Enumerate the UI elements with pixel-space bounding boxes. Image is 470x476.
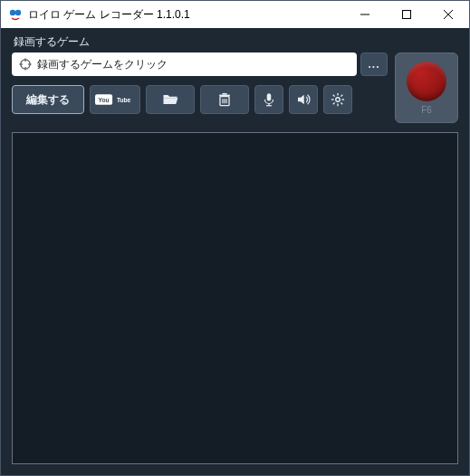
svg-point-1 [15,10,21,15]
svg-point-0 [10,10,15,15]
preview-area [12,132,458,464]
svg-rect-18 [219,95,230,97]
settings-button[interactable] [323,85,352,114]
svg-text:Tube: Tube [117,97,131,103]
app-icon [8,7,23,22]
svg-line-31 [333,102,335,104]
minimize-button[interactable] [344,1,386,28]
content-area: 録画するゲーム 録画するゲームをクリック ... 編集する YouTube [1,28,469,475]
titlebar: ロイロ ゲーム レコーダー 1.1.0.1 [1,1,469,28]
window-controls [344,1,469,28]
svg-line-28 [333,95,335,97]
svg-text:You: You [99,97,110,103]
app-window: ロイロ ゲーム レコーダー 1.1.0.1 録画するゲーム 録画するゲームをクリ… [0,0,470,476]
game-select-input[interactable]: 録画するゲームをクリック [12,52,357,76]
edit-button[interactable]: 編集する [12,85,84,114]
delete-button[interactable] [200,85,249,114]
window-title: ロイロ ゲーム レコーダー 1.1.0.1 [28,7,344,23]
game-select-label: 録画するゲーム [14,35,458,49]
record-button[interactable]: F6 [395,52,458,123]
svg-rect-19 [223,93,227,95]
speaker-button[interactable] [289,85,318,114]
svg-rect-20 [267,93,272,100]
open-folder-button[interactable] [146,85,195,114]
svg-rect-3 [403,11,411,19]
target-icon [19,58,32,71]
record-icon [407,62,446,101]
record-hotkey-label: F6 [421,105,432,115]
svg-line-29 [341,102,342,104]
toolbar: 編集する YouTube [12,85,388,114]
game-select-placeholder: 録画するゲームをクリック [37,57,168,72]
maximize-button[interactable] [386,1,427,28]
browse-button[interactable]: ... [360,52,388,76]
youtube-button[interactable]: YouTube [90,85,140,114]
svg-point-23 [336,98,341,102]
mic-button[interactable] [254,85,283,114]
close-button[interactable] [427,1,469,28]
svg-line-30 [341,95,342,97]
